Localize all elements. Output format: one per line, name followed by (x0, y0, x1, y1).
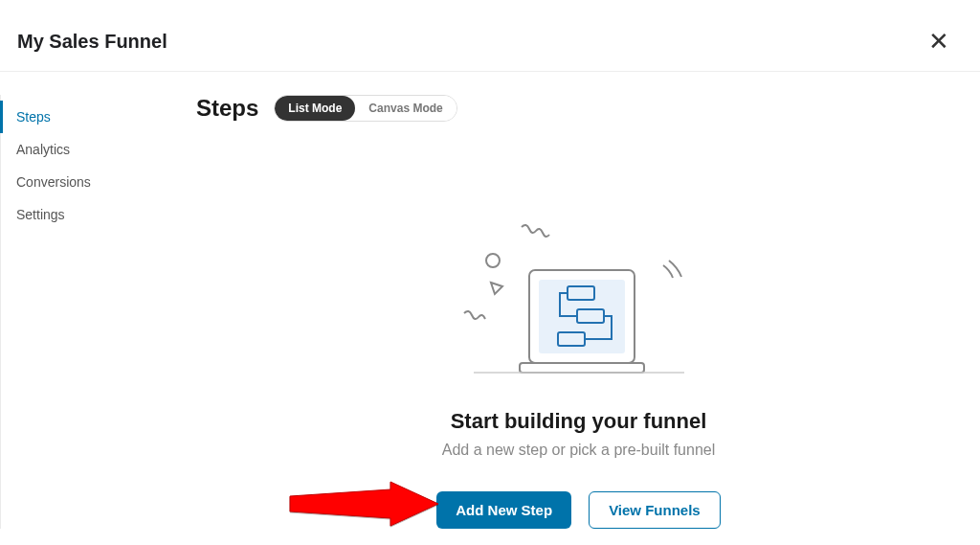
close-icon: ✕ (928, 27, 949, 56)
empty-state-title: Start building your funnel (451, 409, 707, 434)
page-title: My Sales Funnel (17, 31, 167, 53)
triangle-icon (491, 283, 502, 294)
circle-icon (486, 254, 500, 267)
sidebar-item-label: Settings (16, 207, 65, 222)
sidebar-item-conversions[interactable]: Conversions (0, 166, 177, 198)
empty-state-subtitle: Add a new step or pick a pre-built funne… (442, 442, 716, 459)
sidebar-item-steps[interactable]: Steps (0, 101, 177, 133)
sidebar-item-analytics[interactable]: Analytics (0, 133, 177, 166)
sidebar: Steps Analytics Conversions Settings (0, 95, 177, 529)
sidebar-item-label: Steps (16, 109, 51, 125)
lines-icon (663, 261, 681, 278)
funnel-laptop-illustration (455, 217, 703, 390)
sidebar-item-label: Conversions (16, 174, 91, 190)
view-funnels-button[interactable]: View Funnels (589, 491, 721, 529)
body: Steps Analytics Conversions Settings Ste… (0, 72, 980, 529)
close-button[interactable]: ✕ (921, 25, 957, 57)
main-content: Steps List Mode Canvas Mode (177, 95, 980, 529)
svg-rect-0 (520, 363, 644, 373)
sidebar-item-label: Analytics (16, 142, 70, 157)
mode-toggle: List Mode Canvas Mode (274, 95, 457, 122)
wave-icon (464, 311, 485, 319)
mode-list[interactable]: List Mode (275, 96, 355, 121)
squiggle-icon (522, 225, 549, 237)
sidebar-item-settings[interactable]: Settings (0, 198, 177, 231)
empty-state: Start building your funnel Add a new ste… (196, 217, 961, 529)
add-new-step-button[interactable]: Add New Step (436, 491, 571, 529)
empty-state-buttons: Add New Step View Funnels (436, 491, 720, 529)
main-header: Steps List Mode Canvas Mode (196, 95, 961, 122)
page-header: My Sales Funnel ✕ (0, 0, 980, 72)
section-title: Steps (196, 95, 258, 122)
mode-canvas[interactable]: Canvas Mode (355, 96, 456, 121)
